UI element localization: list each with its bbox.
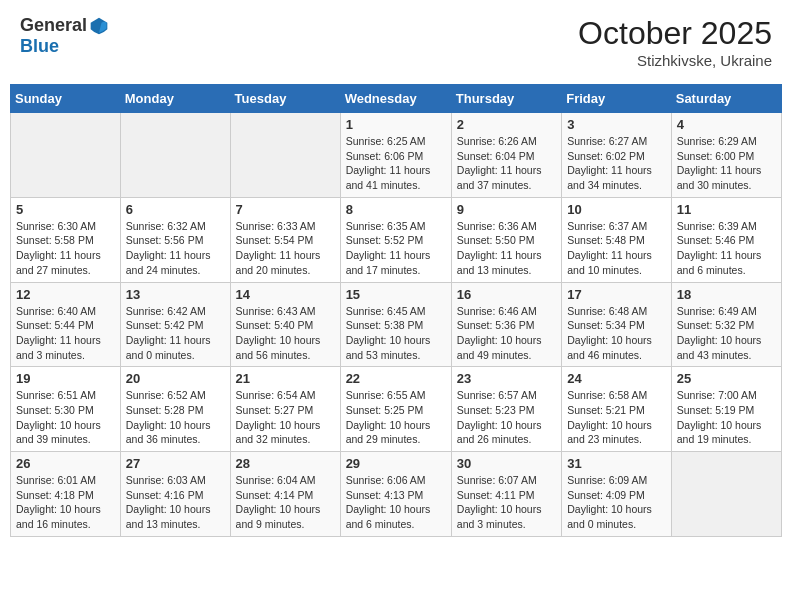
calendar-cell: 18Sunrise: 6:49 AMSunset: 5:32 PMDayligh… (671, 282, 781, 367)
day-info: Sunrise: 6:04 AMSunset: 4:14 PMDaylight:… (236, 473, 335, 532)
day-number: 31 (567, 456, 666, 471)
calendar-cell: 31Sunrise: 6:09 AMSunset: 4:09 PMDayligh… (562, 452, 672, 537)
calendar-cell: 21Sunrise: 6:54 AMSunset: 5:27 PMDayligh… (230, 367, 340, 452)
day-number: 23 (457, 371, 556, 386)
calendar-week-row: 26Sunrise: 6:01 AMSunset: 4:18 PMDayligh… (11, 452, 782, 537)
location-title: Stizhkivske, Ukraine (578, 52, 772, 69)
weekday-header-monday: Monday (120, 85, 230, 113)
weekday-header-friday: Friday (562, 85, 672, 113)
day-info: Sunrise: 6:40 AMSunset: 5:44 PMDaylight:… (16, 304, 115, 363)
calendar-cell: 1Sunrise: 6:25 AMSunset: 6:06 PMDaylight… (340, 113, 451, 198)
calendar-cell (671, 452, 781, 537)
day-info: Sunrise: 6:52 AMSunset: 5:28 PMDaylight:… (126, 388, 225, 447)
calendar-cell: 14Sunrise: 6:43 AMSunset: 5:40 PMDayligh… (230, 282, 340, 367)
calendar-week-row: 1Sunrise: 6:25 AMSunset: 6:06 PMDaylight… (11, 113, 782, 198)
day-info: Sunrise: 6:36 AMSunset: 5:50 PMDaylight:… (457, 219, 556, 278)
calendar-cell: 24Sunrise: 6:58 AMSunset: 5:21 PMDayligh… (562, 367, 672, 452)
weekday-header-saturday: Saturday (671, 85, 781, 113)
day-info: Sunrise: 6:26 AMSunset: 6:04 PMDaylight:… (457, 134, 556, 193)
calendar-cell (120, 113, 230, 198)
calendar-week-row: 19Sunrise: 6:51 AMSunset: 5:30 PMDayligh… (11, 367, 782, 452)
day-number: 12 (16, 287, 115, 302)
calendar-cell: 12Sunrise: 6:40 AMSunset: 5:44 PMDayligh… (11, 282, 121, 367)
day-number: 14 (236, 287, 335, 302)
day-number: 5 (16, 202, 115, 217)
day-number: 22 (346, 371, 446, 386)
day-number: 10 (567, 202, 666, 217)
weekday-header-tuesday: Tuesday (230, 85, 340, 113)
day-info: Sunrise: 6:32 AMSunset: 5:56 PMDaylight:… (126, 219, 225, 278)
calendar-cell: 22Sunrise: 6:55 AMSunset: 5:25 PMDayligh… (340, 367, 451, 452)
day-info: Sunrise: 6:27 AMSunset: 6:02 PMDaylight:… (567, 134, 666, 193)
day-info: Sunrise: 6:57 AMSunset: 5:23 PMDaylight:… (457, 388, 556, 447)
calendar-cell: 15Sunrise: 6:45 AMSunset: 5:38 PMDayligh… (340, 282, 451, 367)
logo: General Blue (20, 15, 109, 57)
day-info: Sunrise: 6:42 AMSunset: 5:42 PMDaylight:… (126, 304, 225, 363)
calendar-cell: 8Sunrise: 6:35 AMSunset: 5:52 PMDaylight… (340, 197, 451, 282)
day-number: 30 (457, 456, 556, 471)
calendar-cell: 3Sunrise: 6:27 AMSunset: 6:02 PMDaylight… (562, 113, 672, 198)
day-info: Sunrise: 6:46 AMSunset: 5:36 PMDaylight:… (457, 304, 556, 363)
day-number: 2 (457, 117, 556, 132)
day-info: Sunrise: 6:54 AMSunset: 5:27 PMDaylight:… (236, 388, 335, 447)
day-number: 13 (126, 287, 225, 302)
day-number: 6 (126, 202, 225, 217)
calendar-cell: 6Sunrise: 6:32 AMSunset: 5:56 PMDaylight… (120, 197, 230, 282)
title-block: October 2025 Stizhkivske, Ukraine (578, 15, 772, 69)
day-info: Sunrise: 6:58 AMSunset: 5:21 PMDaylight:… (567, 388, 666, 447)
logo-blue-text: Blue (20, 36, 59, 57)
day-number: 19 (16, 371, 115, 386)
day-info: Sunrise: 6:49 AMSunset: 5:32 PMDaylight:… (677, 304, 776, 363)
day-info: Sunrise: 6:07 AMSunset: 4:11 PMDaylight:… (457, 473, 556, 532)
day-info: Sunrise: 6:45 AMSunset: 5:38 PMDaylight:… (346, 304, 446, 363)
day-number: 26 (16, 456, 115, 471)
day-number: 4 (677, 117, 776, 132)
day-number: 1 (346, 117, 446, 132)
day-info: Sunrise: 6:39 AMSunset: 5:46 PMDaylight:… (677, 219, 776, 278)
day-info: Sunrise: 6:35 AMSunset: 5:52 PMDaylight:… (346, 219, 446, 278)
day-number: 11 (677, 202, 776, 217)
day-info: Sunrise: 6:55 AMSunset: 5:25 PMDaylight:… (346, 388, 446, 447)
day-info: Sunrise: 6:43 AMSunset: 5:40 PMDaylight:… (236, 304, 335, 363)
calendar-cell: 26Sunrise: 6:01 AMSunset: 4:18 PMDayligh… (11, 452, 121, 537)
day-info: Sunrise: 6:09 AMSunset: 4:09 PMDaylight:… (567, 473, 666, 532)
calendar-cell: 30Sunrise: 6:07 AMSunset: 4:11 PMDayligh… (451, 452, 561, 537)
day-info: Sunrise: 6:29 AMSunset: 6:00 PMDaylight:… (677, 134, 776, 193)
day-info: Sunrise: 6:30 AMSunset: 5:58 PMDaylight:… (16, 219, 115, 278)
calendar-cell: 25Sunrise: 7:00 AMSunset: 5:19 PMDayligh… (671, 367, 781, 452)
calendar-table: SundayMondayTuesdayWednesdayThursdayFrid… (10, 84, 782, 537)
day-info: Sunrise: 6:03 AMSunset: 4:16 PMDaylight:… (126, 473, 225, 532)
day-info: Sunrise: 6:06 AMSunset: 4:13 PMDaylight:… (346, 473, 446, 532)
day-info: Sunrise: 6:37 AMSunset: 5:48 PMDaylight:… (567, 219, 666, 278)
day-number: 25 (677, 371, 776, 386)
calendar-cell: 4Sunrise: 6:29 AMSunset: 6:00 PMDaylight… (671, 113, 781, 198)
day-number: 16 (457, 287, 556, 302)
day-info: Sunrise: 7:00 AMSunset: 5:19 PMDaylight:… (677, 388, 776, 447)
day-number: 17 (567, 287, 666, 302)
day-number: 9 (457, 202, 556, 217)
day-info: Sunrise: 6:25 AMSunset: 6:06 PMDaylight:… (346, 134, 446, 193)
day-info: Sunrise: 6:51 AMSunset: 5:30 PMDaylight:… (16, 388, 115, 447)
weekday-header-thursday: Thursday (451, 85, 561, 113)
calendar-cell: 17Sunrise: 6:48 AMSunset: 5:34 PMDayligh… (562, 282, 672, 367)
weekday-header-sunday: Sunday (11, 85, 121, 113)
day-number: 28 (236, 456, 335, 471)
calendar-cell (11, 113, 121, 198)
weekday-header-wednesday: Wednesday (340, 85, 451, 113)
calendar-cell (230, 113, 340, 198)
calendar-cell: 2Sunrise: 6:26 AMSunset: 6:04 PMDaylight… (451, 113, 561, 198)
day-info: Sunrise: 6:48 AMSunset: 5:34 PMDaylight:… (567, 304, 666, 363)
weekday-header-row: SundayMondayTuesdayWednesdayThursdayFrid… (11, 85, 782, 113)
calendar-week-row: 5Sunrise: 6:30 AMSunset: 5:58 PMDaylight… (11, 197, 782, 282)
calendar-cell: 23Sunrise: 6:57 AMSunset: 5:23 PMDayligh… (451, 367, 561, 452)
month-title: October 2025 (578, 15, 772, 52)
calendar-cell: 29Sunrise: 6:06 AMSunset: 4:13 PMDayligh… (340, 452, 451, 537)
day-info: Sunrise: 6:33 AMSunset: 5:54 PMDaylight:… (236, 219, 335, 278)
day-number: 21 (236, 371, 335, 386)
calendar-cell: 7Sunrise: 6:33 AMSunset: 5:54 PMDaylight… (230, 197, 340, 282)
calendar-cell: 27Sunrise: 6:03 AMSunset: 4:16 PMDayligh… (120, 452, 230, 537)
day-number: 8 (346, 202, 446, 217)
day-number: 3 (567, 117, 666, 132)
day-info: Sunrise: 6:01 AMSunset: 4:18 PMDaylight:… (16, 473, 115, 532)
calendar-cell: 11Sunrise: 6:39 AMSunset: 5:46 PMDayligh… (671, 197, 781, 282)
